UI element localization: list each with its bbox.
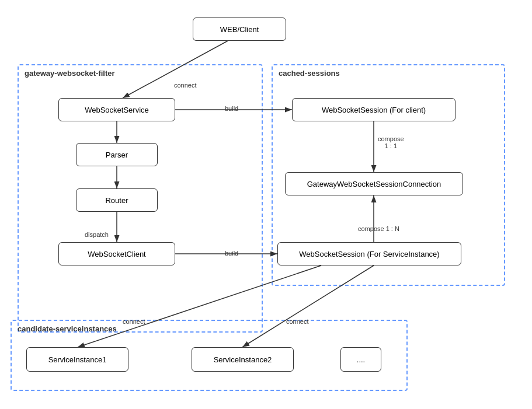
parser-box: Parser (76, 143, 158, 166)
service3-box: .... (340, 347, 381, 372)
router-box: Router (76, 188, 158, 212)
ws-session-service-box: WebSocketSession (For ServiceInstance) (277, 242, 461, 265)
service2-box: ServiceInstance2 (192, 347, 294, 372)
dispatch-label: dispatch (85, 231, 109, 238)
connect-right-label: connect (286, 318, 309, 325)
build-top-label: build (225, 105, 238, 112)
connect-top-label: connect (174, 82, 197, 89)
build-bottom-label: build (225, 250, 238, 257)
compose-1n-label: compose 1 : N (358, 225, 399, 232)
ws-session-client-box: WebSocketSession (For client) (292, 98, 455, 121)
candidate-label: candidate-serviceinstances (18, 324, 117, 333)
service1-box: ServiceInstance1 (26, 347, 128, 372)
cached-label: cached-sessions (279, 69, 340, 78)
gateway-conn-box: GatewayWebSocketSessionConnection (285, 172, 463, 195)
gateway-label: gateway-websocket-filter (25, 69, 115, 78)
websocket-service-box: WebSocketService (58, 98, 175, 121)
compose-11-label: compose 1 : 1 (378, 135, 404, 149)
diagram: gateway-websocket-filter cached-sessions… (0, 0, 532, 409)
connect-left-label: connect (123, 318, 145, 325)
web-client-box: WEB/Client (193, 18, 286, 41)
websocket-client-box: WebSocketClient (58, 242, 175, 265)
